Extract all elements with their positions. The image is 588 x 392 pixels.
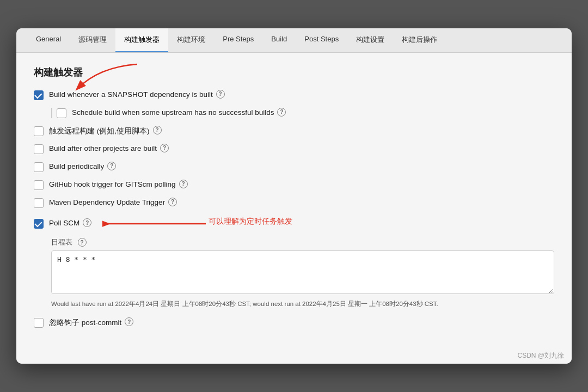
label-github-hook: GitHub hook trigger for GITScm polling xyxy=(49,180,176,188)
help-snapshot[interactable]: ? xyxy=(216,90,225,99)
tab-env[interactable]: 构建环境 xyxy=(168,28,214,52)
tab-build-settings[interactable]: 构建设置 xyxy=(347,28,393,52)
checkbox-periodic[interactable] xyxy=(34,162,44,172)
trigger-maven: Maven Dependency Update Trigger ? xyxy=(34,198,554,208)
schedule-block: 日程表 ? H 8 * * * Would last have run at 2… xyxy=(51,237,554,309)
main-window: General 源码管理 构建触发器 构建环境 Pre Steps Build … xyxy=(16,28,572,364)
label-periodic: Build periodically xyxy=(49,162,104,170)
checkbox-poll-scm[interactable] xyxy=(34,219,44,229)
trigger-snapshot: Build whenever a SNAPSHOT dependency is … xyxy=(34,90,554,100)
checkbox-maven[interactable] xyxy=(34,198,44,208)
trigger-upstream: Schedule build when some upstream has no… xyxy=(51,108,554,118)
help-remote[interactable]: ? xyxy=(153,126,162,134)
help-upstream[interactable]: ? xyxy=(277,108,286,117)
checkbox-after-other[interactable] xyxy=(34,144,44,154)
tab-source[interactable]: 源码管理 xyxy=(70,28,115,52)
annotation-arrow-poll xyxy=(102,216,211,232)
trigger-remote: 触发远程构建 (例如,使用脚本) ? xyxy=(34,126,554,136)
schedule-textarea[interactable]: H 8 * * * xyxy=(51,250,554,294)
annotation-poll-scm-text: 可以理解为定时任务触发 xyxy=(209,217,292,226)
tab-bar: General 源码管理 构建触发器 构建环境 Pre Steps Build … xyxy=(16,28,572,53)
label-remote: 触发远程构建 (例如,使用脚本) xyxy=(49,126,150,136)
label-maven: Maven Dependency Update Trigger xyxy=(49,198,165,206)
tab-presteps[interactable]: Pre Steps xyxy=(214,28,262,52)
schedule-label: 日程表 ? xyxy=(51,237,554,247)
label-poll-scm: Poll SCM xyxy=(49,219,79,227)
help-poll-scm[interactable]: ? xyxy=(83,218,91,227)
tab-general[interactable]: General xyxy=(27,28,70,52)
label-after-other: Build after other projects are built xyxy=(49,144,157,152)
label-upstream: Schedule build when some upstream has no… xyxy=(72,108,274,117)
label-ignore-post-commit: 忽略钩子 post-commit xyxy=(49,318,121,328)
help-schedule[interactable]: ? xyxy=(78,238,87,247)
checkbox-ignore-post-commit[interactable] xyxy=(34,318,44,328)
section-title: 构建触发器 xyxy=(34,66,554,79)
help-after-other[interactable]: ? xyxy=(160,144,169,152)
help-github-hook[interactable]: ? xyxy=(179,180,188,188)
checkbox-upstream[interactable] xyxy=(57,108,66,118)
label-snapshot: Build whenever a SNAPSHOT dependency is … xyxy=(49,90,213,99)
tab-trigger[interactable]: 构建触发器 xyxy=(115,28,168,52)
trigger-github-hook: GitHub hook trigger for GITScm polling ? xyxy=(34,180,554,190)
tab-post-build[interactable]: 构建后操作 xyxy=(393,28,446,52)
checkbox-remote[interactable] xyxy=(34,126,44,136)
checkbox-github-hook[interactable] xyxy=(34,180,44,190)
watermark: CSDN @刘九徐 xyxy=(517,351,564,360)
trigger-after-other: Build after other projects are built ? xyxy=(34,144,554,154)
tab-poststeps[interactable]: Post Steps xyxy=(296,28,347,52)
content-area: 构建触发器 Build whenever a SNAPSHOT dependen… xyxy=(16,53,572,348)
help-ignore-post-commit[interactable]: ? xyxy=(125,317,133,326)
checkbox-snapshot[interactable] xyxy=(34,90,44,100)
help-periodic[interactable]: ? xyxy=(107,162,116,170)
tab-build[interactable]: Build xyxy=(262,28,296,52)
trigger-ignore-post-commit: 忽略钩子 post-commit ? xyxy=(34,317,554,328)
help-maven[interactable]: ? xyxy=(168,198,177,206)
trigger-poll-scm: Poll SCM ? xyxy=(34,218,91,229)
trigger-periodic: Build periodically ? xyxy=(34,162,554,172)
poll-scm-section: Poll SCM ? 可以理解为定时任务触发 xyxy=(34,216,554,309)
schedule-hint: Would last have run at 2022年4月24日 星期日 上午… xyxy=(51,299,554,309)
